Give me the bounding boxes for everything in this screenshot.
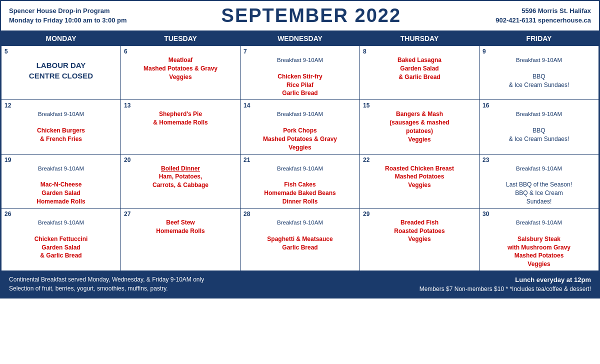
cell-sep7: 7 Breakfast 9-10AM Chicken Stir-fryRice … [240, 46, 360, 100]
cell-sep9: 9 Breakfast 9-10AM BBQ& Ice Cream Sundae… [480, 46, 599, 100]
cell-sep23: 23 Breakfast 9-10AM Last BBQ of the Seas… [480, 154, 599, 208]
program-name: Spencer House Drop-in Program [9, 6, 127, 16]
header-tuesday: TUESDAY [121, 31, 240, 46]
cell-sep27: 27 Beef StewHomemade Rolls [121, 208, 240, 270]
contact: 902-421-6131 spencerhouse.ca [496, 16, 591, 25]
footer-right: Lunch everyday at 12pm Members $7 Non-me… [300, 275, 591, 294]
cell-sep16: 16 Breakfast 9-10AM BBQ& Ice Cream Sunda… [480, 100, 599, 154]
header-friday: FRIDAY [480, 31, 599, 46]
weekday-header-row: MONDAY TUESDAY WEDNESDAY THURSDAY FRIDAY [2, 31, 599, 46]
cell-sep29: 29 Breaded FishRoasted PotatoesVeggies [360, 208, 480, 270]
footer-breakfast-info: Continental Breakfast served Monday, Wed… [9, 275, 300, 284]
header-monday: MONDAY [2, 31, 121, 46]
header: Spencer House Drop-in Program Monday to … [1, 1, 599, 30]
footer-pricing-info: Members $7 Non-members $10 * *Includes t… [300, 284, 591, 294]
cell-sep13: 13 Shepherd's Pie& Homemade Rolls [121, 100, 240, 154]
footer-selection-info: Selection of fruit, berries, yogurt, smo… [9, 284, 300, 293]
cell-sep22: 22 Roasted Chicken BreastMashed Potatoes… [360, 154, 480, 208]
main-container: Spencer House Drop-in Program Monday to … [0, 0, 600, 298]
cell-sep8: 8 Baked LasagnaGarden Salad& Garlic Brea… [360, 46, 480, 100]
cell-sep15: 15 Bangers & Mash(sausages & mashedpotat… [360, 100, 480, 154]
week-3: 19 Breakfast 9-10AM Mac-N-CheeseGarden S… [2, 154, 599, 208]
calendar-table: MONDAY TUESDAY WEDNESDAY THURSDAY FRIDAY… [1, 30, 599, 271]
cell-sep12: 12 Breakfast 9-10AM Chicken Burgers& Fre… [2, 100, 121, 154]
month-title: SEPTEMBER 2022 [222, 5, 402, 26]
cell-sep6: 6 MeatloafMashed Potatoes & GravyVeggies [121, 46, 240, 100]
cell-sep5: 5 LABOUR DAYCENTRE CLOSED [2, 46, 121, 100]
footer-left: Continental Breakfast served Monday, Wed… [9, 275, 300, 294]
footer: Continental Breakfast served Monday, Wed… [1, 271, 599, 298]
cell-sep28: 28 Breakfast 9-10AM Spaghetti & Meatsauc… [240, 208, 360, 270]
cell-sep21: 21 Breakfast 9-10AM Fish CakesHomemade B… [240, 154, 360, 208]
address: 5596 Morris St. Halifax [496, 6, 591, 16]
header-left: Spencer House Drop-in Program Monday to … [9, 6, 127, 24]
header-wednesday: WEDNESDAY [240, 31, 360, 46]
footer-lunch-label: Lunch everyday at 12pm [300, 275, 591, 285]
cell-sep20: 20 Boiled Dinner Ham, Potatoes,Carrots, … [121, 154, 240, 208]
week-2: 12 Breakfast 9-10AM Chicken Burgers& Fre… [2, 100, 599, 154]
week-4: 26 Breakfast 9-10AM Chicken FettucciniGa… [2, 208, 599, 270]
header-thursday: THURSDAY [360, 31, 480, 46]
week-1: 5 LABOUR DAYCENTRE CLOSED 6 MeatloafMash… [2, 46, 599, 100]
header-right: 5596 Morris St. Halifax 902-421-6131 spe… [496, 6, 591, 24]
program-hours: Monday to Friday 10:00 am to 3:00 pm [9, 16, 127, 25]
cell-sep14: 14 Breakfast 9-10AM Pork ChopsMashed Pot… [240, 100, 360, 154]
cell-sep19: 19 Breakfast 9-10AM Mac-N-CheeseGarden S… [2, 154, 121, 208]
cell-sep30: 30 Breakfast 9-10AM Salsbury Steakwith M… [480, 208, 599, 270]
cell-sep26: 26 Breakfast 9-10AM Chicken FettucciniGa… [2, 208, 121, 270]
